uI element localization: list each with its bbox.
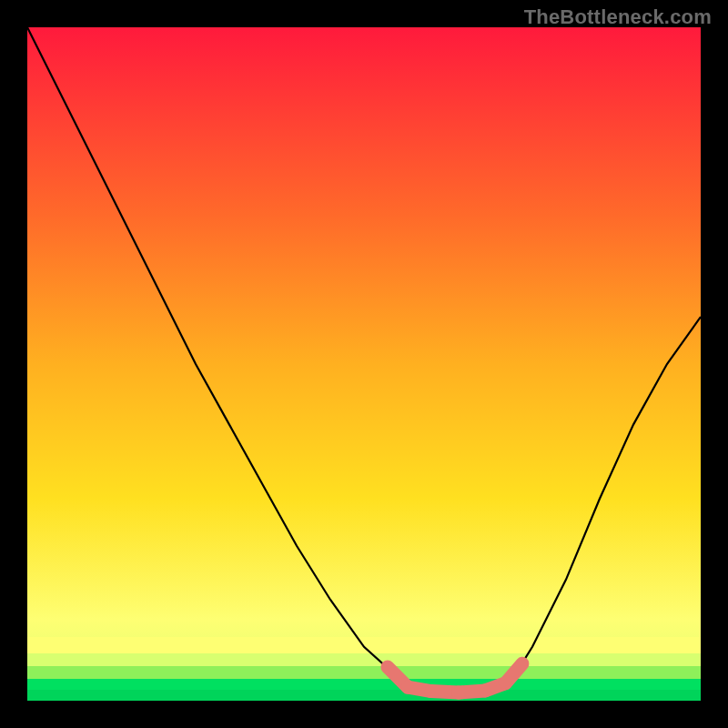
plot-area	[27, 27, 701, 701]
chart-stage: TheBottleneck.com	[0, 0, 728, 728]
watermark-text: TheBottleneck.com	[524, 5, 712, 29]
optimal-range-overlay	[388, 663, 522, 693]
bottleneck-curve	[27, 27, 701, 701]
svg-line-5	[505, 663, 522, 683]
